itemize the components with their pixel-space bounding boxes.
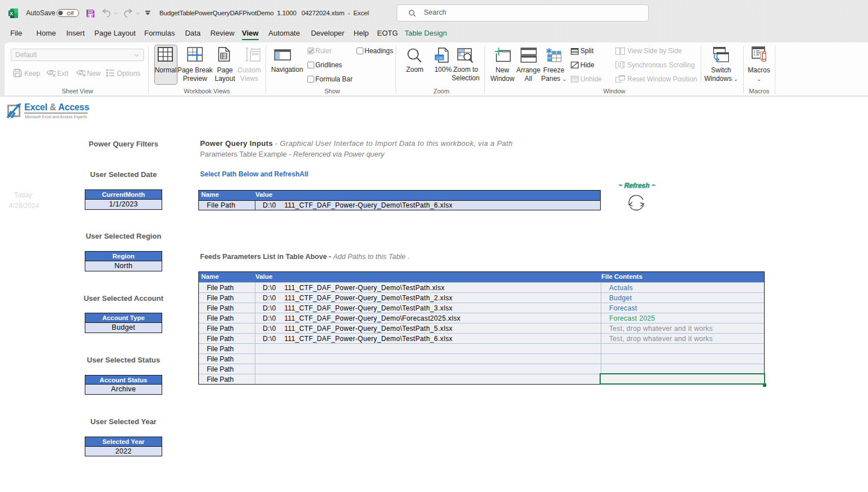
svg-text:100: 100 [436, 55, 443, 61]
svg-text:X: X [10, 11, 13, 16]
